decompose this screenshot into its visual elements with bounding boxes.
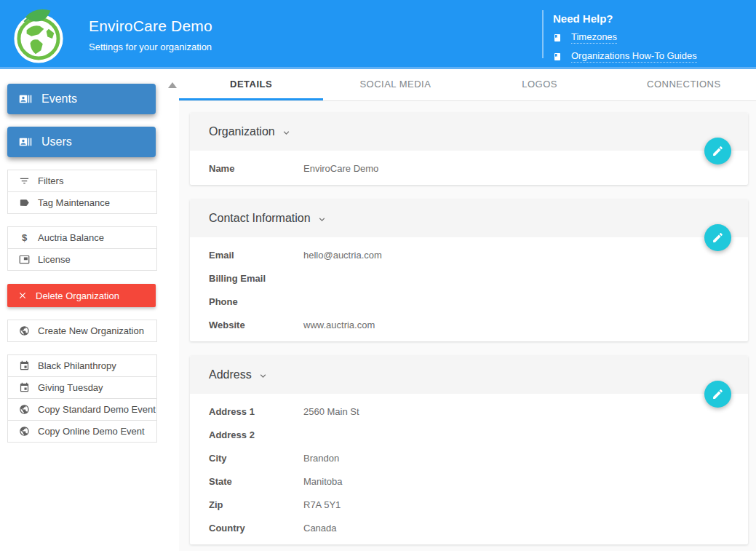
create-new-organization-button[interactable]: Create New Organization — [7, 320, 157, 342]
field-value: Brandon — [303, 453, 339, 464]
card-title: Contact Information — [209, 212, 311, 225]
tab-bar: DETAILSSOCIAL MEDIALOGOSCONNECTIONS — [179, 69, 756, 101]
help-link-label: Organizations How-To Guides — [571, 50, 697, 63]
sidebar-item-label: Tag Maintenance — [38, 197, 110, 208]
field-label: Billing Email — [209, 273, 303, 284]
sidebar-button-label: Users — [41, 135, 72, 148]
tab-details[interactable]: DETAILS — [179, 69, 323, 100]
field-row-billing-email: Billing Email — [190, 266, 748, 290]
sidebar-item-label: Black Philanthropy — [38, 360, 116, 371]
sidebar-button-events[interactable]: Events — [7, 84, 156, 114]
field-row-country: CountryCanada — [190, 516, 748, 539]
card-body-organization: NameEnviroCare Demo — [190, 151, 748, 185]
event-icon — [19, 360, 30, 371]
field-row-state: StateManitoba — [190, 469, 748, 493]
card-header-contact-information: Contact Information — [190, 199, 748, 237]
field-row-website: Websitewww.auctria.com — [190, 313, 748, 336]
sidebar-item-giving-tuesday[interactable]: Giving Tuesday — [7, 376, 157, 399]
card-header-address: Address — [190, 356, 748, 394]
card-title: Organization — [209, 125, 275, 138]
field-row-address-1: Address 12560 Main St — [190, 400, 748, 423]
need-help-title: Need Help? — [553, 12, 697, 25]
card-address: AddressAddress 12560 Main StAddress 2Cit… — [190, 356, 748, 544]
sidebar-item-filters[interactable]: Filters — [7, 170, 157, 192]
sidebar-group-0: FiltersTag Maintenance — [7, 170, 157, 214]
recent-actors-icon — [19, 135, 32, 148]
card-contact-information: Contact InformationEmailhello@auctria.co… — [190, 199, 748, 341]
sidebar-item-auctria-balance[interactable]: $Auctria Balance — [7, 226, 157, 249]
page-title: EnviroCare Demo — [89, 17, 212, 35]
sidebar-item-label: License — [38, 254, 71, 265]
field-value: hello@auctria.com — [303, 250, 382, 261]
sidebar-item-black-philanthropy[interactable]: Black Philanthropy — [7, 354, 157, 377]
tab-label: DETAILS — [230, 79, 272, 90]
help-link-organizations-how-to-guides[interactable]: Organizations How-To Guides — [553, 50, 697, 63]
pencil-icon — [712, 388, 724, 400]
edit-contact-information-button[interactable] — [704, 224, 731, 251]
tab-logos[interactable]: LOGOS — [468, 69, 612, 100]
main-content: DETAILSSOCIAL MEDIALOGOSCONNECTIONS Orga… — [179, 69, 756, 551]
sidebar-item-label: Giving Tuesday — [38, 382, 103, 393]
tab-connections[interactable]: CONNECTIONS — [612, 69, 756, 100]
sidebar-button-label: Events — [41, 92, 77, 106]
event-icon — [19, 382, 30, 393]
book-icon — [553, 52, 562, 61]
field-row-phone: Phone — [190, 290, 748, 313]
chevron-down-icon[interactable] — [317, 214, 327, 225]
sidebar-item-label: Auctria Balance — [38, 232, 104, 243]
field-label: State — [209, 476, 303, 487]
app-header: EnviroCare Demo Settings for your organi… — [0, 0, 756, 69]
globe-icon — [19, 426, 30, 437]
card-header-organization: Organization — [190, 113, 748, 151]
tag-icon — [19, 197, 30, 208]
field-label: Country — [209, 523, 303, 534]
card-title: Address — [209, 368, 252, 381]
field-label: City — [209, 453, 303, 464]
field-row-address-2: Address 2 — [190, 423, 748, 446]
tab-label: CONNECTIONS — [647, 79, 721, 90]
recent-actors-icon — [19, 92, 32, 106]
dollar-icon: $ — [19, 232, 30, 243]
sidebar-item-copy-online-demo-event[interactable]: Copy Online Demo Event — [7, 420, 157, 443]
filter-icon — [19, 175, 30, 186]
card-body-contact-information: Emailhello@auctria.comBilling EmailPhone… — [190, 237, 748, 341]
cards-container: OrganizationNameEnviroCare DemoContact I… — [179, 101, 756, 544]
license-icon — [19, 254, 30, 265]
help-link-timezones[interactable]: Timezones — [553, 31, 697, 44]
field-value: Canada — [303, 523, 337, 534]
need-help-panel: Need Help? TimezonesOrganizations How-To… — [542, 10, 697, 58]
tab-label: SOCIAL MEDIA — [359, 79, 431, 90]
field-label: Address 1 — [209, 406, 303, 417]
field-value: R7A 5Y1 — [303, 499, 341, 510]
field-row-zip: ZipR7A 5Y1 — [190, 493, 748, 516]
field-value: 2560 Main St — [303, 406, 359, 417]
field-row-city: CityBrandon — [190, 446, 748, 469]
globe-icon — [19, 325, 30, 336]
edit-organization-button[interactable] — [704, 138, 731, 164]
edit-address-button[interactable] — [704, 381, 731, 408]
field-label: Zip — [209, 499, 303, 510]
sidebar-item-label: Copy Online Demo Event — [38, 426, 145, 437]
need-help-links: TimezonesOrganizations How-To Guides — [553, 31, 697, 63]
sidebar-events-group: Black PhilanthropyGiving TuesdayCopy Sta… — [7, 354, 157, 443]
field-label: Name — [209, 163, 303, 174]
sidebar: EventsUsers FiltersTag Maintenance$Auctr… — [0, 69, 179, 551]
delete-organization-button[interactable]: Delete Organization — [7, 284, 156, 307]
delete-organization-label: Delete Organization — [36, 290, 119, 301]
field-value: EnviroCare Demo — [303, 163, 378, 174]
chevron-down-icon[interactable] — [258, 370, 268, 381]
chevron-down-icon[interactable] — [281, 127, 292, 138]
field-row-name: NameEnviroCare Demo — [190, 156, 748, 180]
card-body-address: Address 12560 Main StAddress 2CityBrando… — [190, 394, 748, 544]
sidebar-button-users[interactable]: Users — [7, 127, 156, 157]
tab-social-media[interactable]: SOCIAL MEDIA — [323, 69, 467, 100]
sidebar-item-tag-maintenance[interactable]: Tag Maintenance — [7, 191, 157, 214]
tab-label: LOGOS — [522, 79, 557, 90]
sidebar-item-license[interactable]: License — [7, 248, 157, 271]
page-subtitle: Settings for your organization — [89, 41, 212, 52]
sidebar-item-copy-standard-demo-event[interactable]: Copy Standard Demo Event — [7, 398, 157, 421]
scroll-up-icon[interactable] — [168, 82, 177, 88]
create-organization-group: Create New Organization — [7, 320, 157, 342]
pencil-icon — [712, 231, 724, 244]
globe-icon — [19, 404, 30, 415]
